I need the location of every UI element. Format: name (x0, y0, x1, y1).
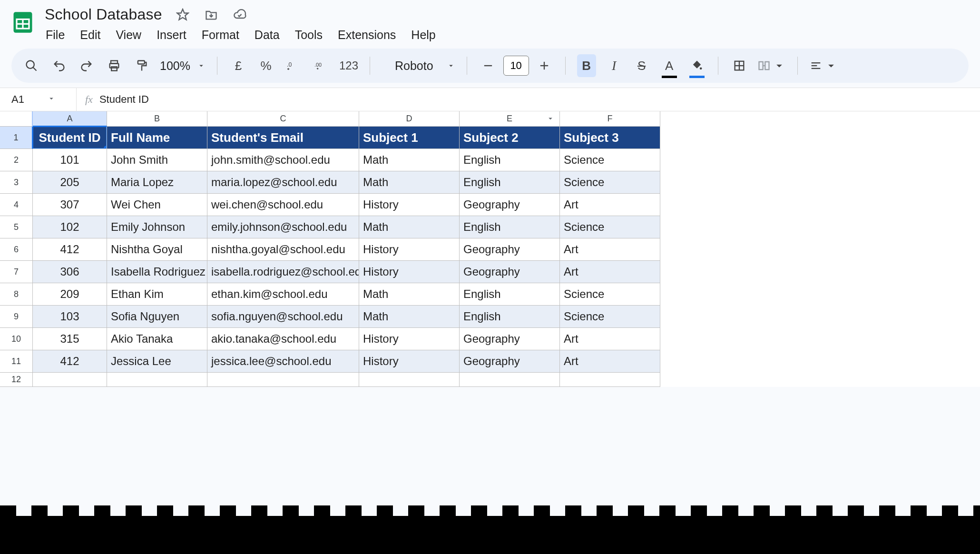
cell[interactable]: Science (560, 216, 660, 238)
borders-button[interactable] (730, 54, 749, 77)
cell[interactable]: English (460, 216, 560, 238)
cell[interactable]: 101 (33, 149, 107, 171)
menu-insert[interactable]: Insert (156, 26, 187, 44)
currency-button[interactable]: £ (229, 54, 248, 77)
font-family-dropdown[interactable]: Roboto (395, 59, 455, 73)
menu-format[interactable]: Format (201, 26, 240, 44)
search-icon[interactable] (22, 54, 41, 77)
row-header[interactable]: 11 (0, 350, 33, 373)
cell[interactable]: Geography (460, 238, 560, 261)
cell[interactable]: Math (359, 306, 460, 328)
cell[interactable]: English (460, 171, 560, 194)
cell[interactable]: Art (560, 328, 660, 350)
cell[interactable]: nishtha.goyal@school.edu (207, 238, 359, 261)
cell[interactable]: Nishtha Goyal (107, 238, 207, 261)
cell[interactable]: 306 (33, 261, 107, 283)
bold-button[interactable]: B (577, 54, 596, 77)
cell[interactable]: Jessica Lee (107, 350, 207, 373)
cell[interactable]: 412 (33, 350, 107, 373)
cell[interactable] (460, 373, 560, 387)
cell[interactable]: Subject 3 (560, 127, 660, 149)
cell[interactable]: 412 (33, 238, 107, 261)
cell[interactable]: Math (359, 171, 460, 194)
cloud-status-icon[interactable] (232, 7, 248, 23)
row-header[interactable]: 7 (0, 261, 33, 283)
column-header-b[interactable]: B (107, 111, 207, 127)
cell[interactable]: Geography (460, 328, 560, 350)
row-header[interactable]: 6 (0, 238, 33, 261)
cell[interactable] (107, 373, 207, 387)
formula-bar-input[interactable]: Student ID (99, 93, 149, 106)
cell[interactable] (359, 373, 460, 387)
decrease-decimal-icon[interactable]: .0 (284, 54, 303, 77)
cell[interactable]: Science (560, 306, 660, 328)
row-header[interactable]: 10 (0, 328, 33, 350)
horizontal-align-button[interactable] (809, 54, 838, 77)
cell[interactable]: Student ID (33, 127, 107, 149)
menu-tools[interactable]: Tools (294, 26, 323, 44)
cell[interactable]: Math (359, 216, 460, 238)
cell[interactable]: History (359, 238, 460, 261)
cell[interactable] (207, 373, 359, 387)
column-header-a[interactable]: A (33, 111, 107, 127)
cell[interactable]: Geography (460, 261, 560, 283)
select-all-corner[interactable] (0, 111, 33, 127)
text-color-button[interactable]: A (660, 54, 679, 77)
cell[interactable]: jessica.lee@school.edu (207, 350, 359, 373)
row-header[interactable]: 5 (0, 216, 33, 238)
row-header[interactable]: 8 (0, 283, 33, 306)
menu-file[interactable]: File (45, 26, 66, 44)
cell[interactable]: Ethan Kim (107, 283, 207, 306)
zoom-dropdown[interactable]: 100% (160, 59, 206, 73)
menu-extensions[interactable]: Extensions (337, 26, 397, 44)
cell[interactable]: Subject 2 (460, 127, 560, 149)
fill-color-button[interactable] (687, 54, 706, 77)
spreadsheet-grid[interactable]: A B C D E F 1Student IDFull NameStudent'… (0, 111, 980, 387)
cell[interactable]: Emily Johnson (107, 216, 207, 238)
cell[interactable]: Science (560, 171, 660, 194)
cell[interactable]: Subject 1 (359, 127, 460, 149)
cell[interactable]: ethan.kim@school.edu (207, 283, 359, 306)
cell[interactable]: isabella.rodriguez@school.edu (207, 261, 359, 283)
row-header[interactable]: 1 (0, 127, 33, 149)
column-dropdown-icon[interactable] (546, 114, 555, 125)
row-header[interactable]: 12 (0, 373, 33, 387)
cell[interactable]: Science (560, 283, 660, 306)
cell[interactable]: 307 (33, 194, 107, 216)
undo-icon[interactable] (49, 54, 69, 77)
document-title[interactable]: School Database (45, 6, 162, 23)
cell[interactable]: maria.lopez@school.edu (207, 171, 359, 194)
cell[interactable]: History (359, 350, 460, 373)
cell[interactable]: 209 (33, 283, 107, 306)
cell[interactable]: 102 (33, 216, 107, 238)
cell[interactable]: History (359, 194, 460, 216)
cell[interactable]: English (460, 149, 560, 171)
cell[interactable]: wei.chen@school.edu (207, 194, 359, 216)
cell[interactable]: Art (560, 350, 660, 373)
redo-icon[interactable] (77, 54, 96, 77)
percent-button[interactable]: % (256, 54, 275, 77)
sheets-logo[interactable] (10, 6, 36, 39)
cell[interactable] (33, 373, 107, 387)
cell[interactable] (560, 373, 660, 387)
column-header-c[interactable]: C (207, 111, 359, 127)
strikethrough-button[interactable]: S (632, 54, 651, 77)
cell[interactable]: Wei Chen (107, 194, 207, 216)
column-header-d[interactable]: D (359, 111, 460, 127)
cell[interactable]: Student's Email (207, 127, 359, 149)
cell[interactable]: 205 (33, 171, 107, 194)
merge-cells-button[interactable] (757, 54, 786, 77)
italic-button[interactable]: I (605, 54, 624, 77)
cell[interactable]: English (460, 283, 560, 306)
decrease-font-size-button[interactable] (479, 54, 498, 77)
cell[interactable]: sofia.nguyen@school.edu (207, 306, 359, 328)
cell[interactable]: emily.johnson@school.edu (207, 216, 359, 238)
menu-data[interactable]: Data (254, 26, 281, 44)
row-header[interactable]: 9 (0, 306, 33, 328)
star-icon[interactable] (175, 7, 191, 23)
cell[interactable]: Art (560, 261, 660, 283)
cell[interactable]: Sofia Nguyen (107, 306, 207, 328)
menu-help[interactable]: Help (410, 26, 436, 44)
cell[interactable]: Science (560, 149, 660, 171)
menu-edit[interactable]: Edit (79, 26, 101, 44)
